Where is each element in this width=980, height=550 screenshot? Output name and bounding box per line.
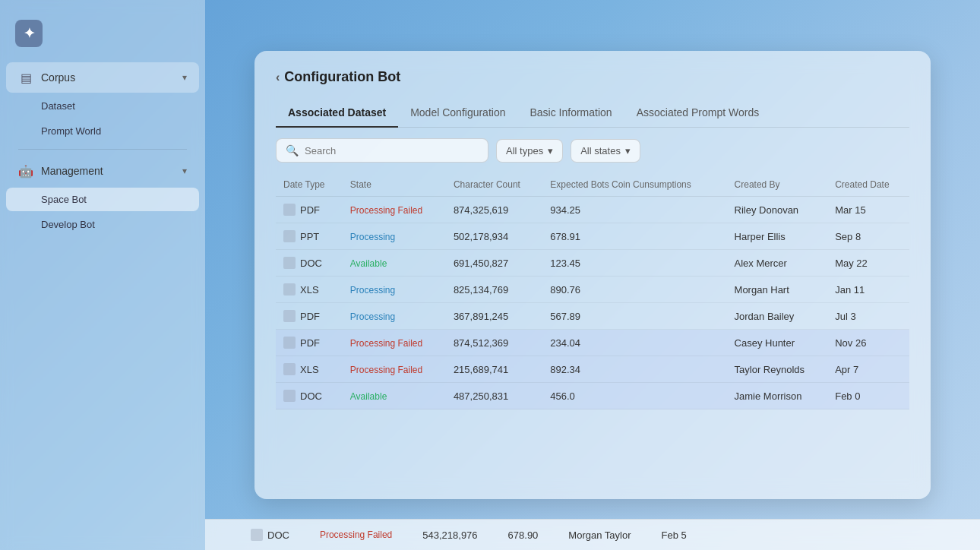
state-filter-chevron-icon: ▾ xyxy=(625,145,631,156)
cell-createdby-1: Harper Ellis xyxy=(727,223,828,250)
file-icon-1 xyxy=(283,230,296,242)
table-body: PDF Processing Failed 874,325,619 934.25… xyxy=(276,197,909,409)
col-expected-coins: Expected Bots Coin Cunsumptions xyxy=(542,173,726,197)
cell-createddate-0: Mar 15 xyxy=(827,197,909,223)
search-icon: 🔍 xyxy=(286,144,299,156)
bottom-state: Processing Failed xyxy=(320,529,392,540)
cell-charcount-7: 487,250,831 xyxy=(446,383,542,409)
tab-basic-information[interactable]: Basic Information xyxy=(517,99,624,128)
nav-divider xyxy=(18,149,187,150)
sidebar-developbot-label: Develop Bot xyxy=(41,219,95,230)
file-icon-5 xyxy=(283,337,296,349)
bottom-file-type: DOC xyxy=(251,529,289,541)
table-row[interactable]: PPT Processing 502,178,934 678.91 Harper… xyxy=(276,223,909,250)
cell-type-7: DOC xyxy=(276,383,343,409)
tab-associated-prompt-words[interactable]: Associated Prompt Words xyxy=(624,99,772,128)
sidebar-dataset-label: Dataset xyxy=(41,100,75,112)
tab-model-configuration[interactable]: Model Configuration xyxy=(398,99,517,128)
table-header: Date Type State Character Count Expected… xyxy=(276,173,909,197)
status-badge-5: Processing Failed xyxy=(350,338,422,349)
sidebar-nav: ▤ Corpus ▾ Dataset Prompt World 🤖 Manage… xyxy=(0,62,205,236)
table-row[interactable]: DOC Available 691,450,827 123.45 Alex Me… xyxy=(276,250,909,277)
sidebar-item-dataset[interactable]: Dataset xyxy=(6,94,199,118)
cell-coins-4: 567.89 xyxy=(542,303,726,330)
file-icon-4 xyxy=(283,310,296,322)
cell-state-0: Processing Failed xyxy=(343,197,446,223)
filters-row: 🔍 All types ▾ All states ▾ xyxy=(254,128,931,173)
cell-coins-3: 890.76 xyxy=(542,277,726,303)
cell-charcount-2: 691,450,827 xyxy=(446,250,542,277)
cell-state-4: Processing xyxy=(343,303,446,330)
cell-createdby-7: Jamie Morrison xyxy=(727,383,828,409)
status-badge-7: Available xyxy=(350,391,387,402)
cell-createdby-4: Jordan Bailey xyxy=(727,303,828,330)
col-created-date: Created Date xyxy=(827,173,909,197)
card-title: Configuration Bot xyxy=(284,69,400,85)
cell-type-3: XLS xyxy=(276,277,343,303)
bottom-char-count: 543,218,976 xyxy=(422,529,477,541)
state-filter-label: All states xyxy=(580,145,621,156)
cell-state-5: Processing Failed xyxy=(343,330,446,356)
table-row[interactable]: XLS Processing Failed 215,689,741 892.34… xyxy=(276,356,909,383)
card-header: ‹ Configuration Bot Associated Dataset M… xyxy=(254,51,931,128)
cell-createddate-3: Jan 11 xyxy=(827,277,909,303)
cell-state-7: Available xyxy=(343,383,446,409)
cell-createdby-3: Morgan Hart xyxy=(727,277,828,303)
cell-charcount-0: 874,325,619 xyxy=(446,197,542,223)
cell-type-1: PPT xyxy=(276,223,343,250)
cell-charcount-6: 215,689,741 xyxy=(446,356,542,383)
cell-charcount-5: 874,512,369 xyxy=(446,330,542,356)
sidebar-item-develop-bot[interactable]: Develop Bot xyxy=(6,213,199,236)
type-filter-chevron-icon: ▾ xyxy=(548,145,553,156)
cell-createddate-4: Jul 3 xyxy=(827,303,909,330)
type-filter-label: All types xyxy=(506,145,543,156)
state-filter[interactable]: All states ▾ xyxy=(571,139,640,163)
status-badge-4: Processing xyxy=(350,311,395,322)
bottom-file-icon xyxy=(251,529,263,541)
sidebar-spacebot-label: Space Bot xyxy=(41,194,87,205)
cell-type-2: DOC xyxy=(276,250,343,277)
sidebar-item-space-bot[interactable]: Space Bot xyxy=(6,188,199,211)
sidebar-item-management[interactable]: 🤖 Management ▾ xyxy=(6,156,199,186)
cell-coins-2: 123.45 xyxy=(542,250,726,277)
cell-createddate-7: Feb 0 xyxy=(827,383,909,409)
search-box[interactable]: 🔍 xyxy=(276,138,488,163)
tab-associated-dataset[interactable]: Associated Dataset xyxy=(276,99,398,128)
col-char-count: Character Count xyxy=(446,173,542,197)
app-logo: ✦ xyxy=(15,20,43,47)
cell-state-2: Available xyxy=(343,250,446,277)
cell-createdby-2: Alex Mercer xyxy=(727,250,828,277)
type-filter[interactable]: All types ▾ xyxy=(496,139,563,163)
table-container: Date Type State Character Count Expected… xyxy=(254,173,931,499)
cell-createddate-5: Nov 26 xyxy=(827,330,909,356)
table-row[interactable]: PDF Processing Failed 874,325,619 934.25… xyxy=(276,197,909,223)
status-badge-2: Available xyxy=(350,258,387,269)
cell-charcount-4: 367,891,245 xyxy=(446,303,542,330)
file-icon-7 xyxy=(283,390,296,402)
status-badge-6: Processing Failed xyxy=(350,365,422,375)
back-button[interactable]: ‹ Configuration Bot xyxy=(276,69,909,85)
corpus-chevron-icon: ▾ xyxy=(182,72,187,83)
main-content: ‹ Configuration Bot Associated Dataset M… xyxy=(205,0,980,550)
search-input[interactable] xyxy=(305,145,479,156)
file-icon-6 xyxy=(283,363,296,375)
file-icon-3 xyxy=(283,283,296,296)
table-row[interactable]: XLS Processing 825,134,769 890.76 Morgan… xyxy=(276,277,909,303)
cell-coins-5: 234.04 xyxy=(542,330,726,356)
table-row[interactable]: PDF Processing 367,891,245 567.89 Jordan… xyxy=(276,303,909,330)
table-row[interactable]: PDF Processing Failed 874,512,369 234.04… xyxy=(276,330,909,356)
table-row[interactable]: DOC Available 487,250,831 456.0 Jamie Mo… xyxy=(276,383,909,409)
sidebar-item-prompt-world[interactable]: Prompt World xyxy=(6,119,199,143)
sidebar-promptworld-label: Prompt World xyxy=(41,125,101,137)
management-chevron-icon: ▾ xyxy=(182,166,187,176)
col-date-type: Date Type xyxy=(276,173,343,197)
cell-createdby-6: Taylor Reynolds xyxy=(727,356,828,383)
cell-createdby-5: Casey Hunter xyxy=(727,330,828,356)
sidebar-item-corpus[interactable]: ▤ Corpus ▾ xyxy=(6,62,199,93)
cell-type-5: PDF xyxy=(276,330,343,356)
bottom-type-label: DOC xyxy=(267,529,289,541)
corpus-icon: ▤ xyxy=(18,70,33,85)
cell-type-6: XLS xyxy=(276,356,343,383)
back-arrow-icon: ‹ xyxy=(276,71,280,84)
logo-area: ✦ xyxy=(0,12,205,62)
